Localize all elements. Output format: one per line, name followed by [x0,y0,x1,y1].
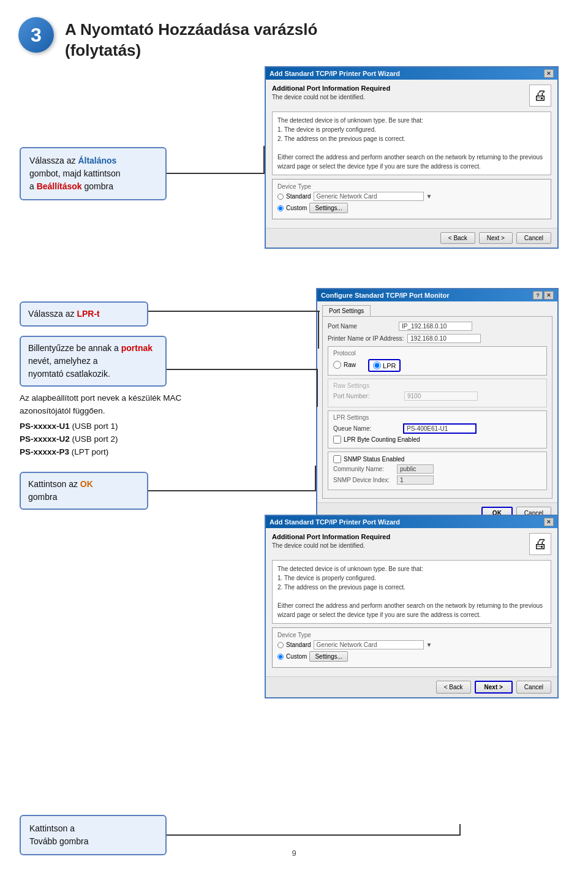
dialog1-radio-standard[interactable] [277,194,284,200]
dialog2-lpr-settings-label: LPR Settings [333,414,541,421]
page-header: 3 A Nyomtató Hozzáadása varázsló (folyta… [0,0,588,74]
connector-lpr-h [148,311,320,312]
dialog1-titlebar: Add Standard TCP/IP Printer Port Wizard … [266,67,557,80]
dialog1-section-sub: The device could not be identified. [272,94,523,100]
dialog1-back-button[interactable]: < Back [440,232,475,244]
dialog2-printer-name-row: Printer Name or IP Address: 192.168.0.10 [328,334,547,343]
body-text-section: Az alapbeállított port nevek a készülék … [20,392,252,459]
dialog2-lpr-settings-box: LPR Settings Queue Name: PS-400E61-U1 LP… [328,410,547,448]
dialog1-section-title: Additional Port Information Required [272,85,523,92]
dialog1-cancel-button[interactable]: Cancel [516,232,551,244]
dialog1-next-button[interactable]: Next > [479,232,513,244]
connector-top-v [263,146,265,174]
dialog2-community-value: public [397,464,434,474]
dialog3-cancel-button[interactable]: Cancel [516,681,551,694]
dialog1-standard-label: Standard [286,193,311,200]
dialog2-tab-port-settings[interactable]: Port Settings [322,305,371,316]
dialog3-standard-value: Generic Network Card [314,640,424,649]
dialog2-radio-lpr[interactable] [373,361,381,369]
dialog2-close-icon[interactable]: ✕ [544,291,554,300]
callout-port: Billentyűzze be annak a portnak nevét, a… [20,336,167,387]
dialog3-device-type-label: Device Type [277,632,546,638]
page-title: A Nyomtató Hozzáadása varázsló (folytatá… [65,17,317,61]
dialog2-help-icon[interactable]: ? [533,291,543,300]
dialog2-lpr-byte-label: LPR Byte Counting Enabled [344,436,420,443]
dialog3-standard-label: Standard [286,641,311,648]
dialog2-queue-name-row: Queue Name: PS-400E61-U1 [333,423,541,434]
connector-bottom-h [167,834,461,836]
dialog1-settings-button[interactable]: Settings... [309,203,347,213]
connector-port-v [317,369,318,407]
dialog1-radio-custom-row: Custom Settings... [277,203,546,213]
dialog2-protocol-box: Protocol Raw LPR [328,346,547,376]
dialog1-device-type-label: Device Type [277,183,546,190]
dialog2-printer-name-value: 192.168.0.10 [407,334,481,343]
dialog2-community-row: Community Name: public [333,464,541,474]
dialog3-next-button[interactable]: Next > [475,681,513,694]
dialog2-snmp-enabled-row: SNMP Status Enabled [333,455,541,463]
dialog2-port-number-row: Port Number: 9100 [333,392,541,401]
dialog3-radio-custom[interactable] [277,654,284,660]
dialog1-standard-value: Generic Network Card [314,192,424,201]
callout-top: Válassza az Általános gombot, majd katti… [20,147,167,200]
step-circle: 3 [18,17,54,53]
dialog1-body-text: The detected device is of unknown type. … [277,116,546,171]
dialog2-radio-raw-row: Raw [333,361,356,369]
dialog3-radio-custom-row: Custom Settings... [277,651,546,662]
dialog3-title-buttons: ✕ [544,518,554,526]
dialog3-close-icon[interactable]: ✕ [544,518,554,526]
dialog2-port-number-label: Port Number: [333,393,401,399]
connector-port-h [167,369,317,370]
dialog2-snmp-box: SNMP Status Enabled Community Name: publ… [328,452,547,490]
dialog1-footer: < Back Next > Cancel [266,228,557,248]
dialog2-snmp-checkbox[interactable] [333,455,341,463]
dialog2-body: Port Name IP_192.168.0.10 Printer Name o… [322,316,552,499]
body-text-line2: azonosítójától függően. [20,405,252,418]
dialog1-radio-custom[interactable] [277,205,284,211]
dialog2-monitor: Configure Standard TCP/IP Port Monitor ?… [316,288,559,524]
body-text-items: PS-xxxxx-U1 (USB port 1) PS-xxxxx-U2 (US… [20,420,252,459]
dialog3-custom-label: Custom [286,653,307,660]
connector-top [167,173,265,174]
dialog3-device-type-box: Device Type Standard Generic Network Car… [272,627,551,668]
dialog2-port-name-value: IP_192.168.0.10 [399,322,472,331]
dialog2-lpr-byte-checkbox[interactable] [333,436,341,444]
body-text-line1: Az alapbeállított port nevek a készülék … [20,392,252,405]
connector-lpr-v [318,311,319,349]
dialog2-port-number-value: 9100 [404,392,478,401]
dialog3-radio-standard-row: Standard Generic Network Card ▼ [277,640,546,649]
dialog2-queue-name-label: Queue Name: [333,425,401,432]
dialog3-titlebar: Add Standard TCP/IP Printer Port Wizard … [266,516,557,528]
dialog1-device-type-box: Device Type Standard Generic Network Car… [272,179,551,219]
dialog2-raw-settings-label: Raw Settings [333,382,541,389]
dialog3-footer: < Back Next > Cancel [266,676,557,697]
dialog2-title-buttons: ? ✕ [533,291,554,300]
step-number: 3 [31,24,42,47]
dialog1-wizard: Add Standard TCP/IP Printer Port Wizard … [265,66,559,249]
dialog3-settings-button[interactable]: Settings... [309,651,347,662]
dialog2-port-name-row: Port Name IP_192.168.0.10 [328,322,547,331]
connector-bottom-v [459,824,461,836]
dialog3-body: The detected device is of unknown type. … [266,555,557,676]
dialog1-title-buttons: ✕ [544,69,554,78]
dialog2-radio-raw[interactable] [333,361,341,369]
dialog2-device-index-value: 1 [397,475,434,485]
dialog2-lpr-byte-row: LPR Byte Counting Enabled [333,436,541,444]
dialog3-radio-standard[interactable] [277,642,284,648]
dialog3-back-button[interactable]: < Back [436,681,471,694]
dialog2-tabs: Port Settings [317,301,557,316]
dialog2-raw-settings-box: Raw Settings Port Number: 9100 [328,379,547,407]
dialog2-title: Configure Standard TCP/IP Port Monitor [321,292,449,299]
dialog3-printer-icon: 🖨 [529,533,551,555]
dialog3-wizard: Add Standard TCP/IP Printer Port Wizard … [265,515,559,698]
dialog2-radio-lpr-selected[interactable]: LPR [368,359,401,372]
dialog3-section-sub: The device could not be identified. [272,542,523,549]
connector-ok-h [148,490,316,491]
dialog1-body: The detected device is of unknown type. … [266,107,557,228]
dialog1-close-icon[interactable]: ✕ [544,69,554,78]
dialog2-port-name-label: Port Name [328,323,395,330]
dialog2-queue-name-value[interactable]: PS-400E61-U1 [403,423,477,434]
dialog2-raw-label: Raw [344,361,356,368]
callout-ok: Kattintson az OK gombra [20,472,148,510]
printer-icon: 🖨 [529,85,551,107]
